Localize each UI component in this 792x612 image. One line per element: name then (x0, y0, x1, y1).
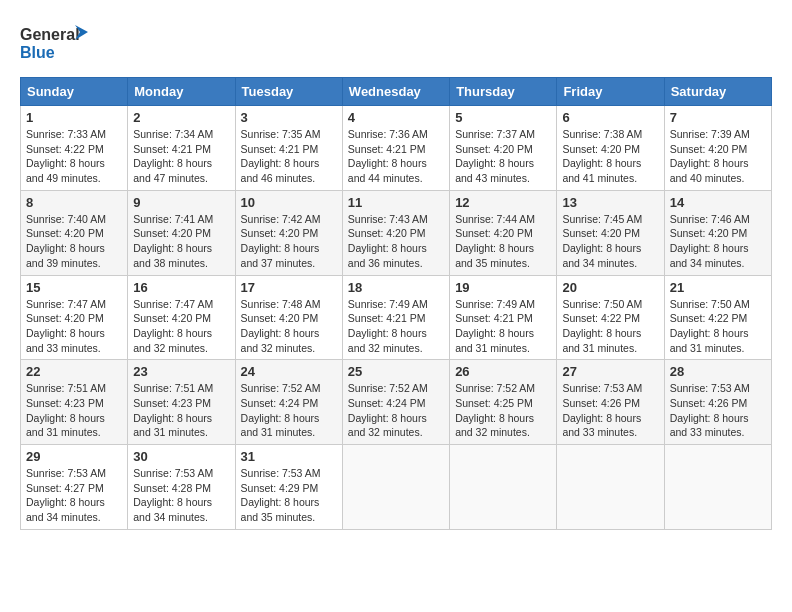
calendar-cell-6: 6Sunrise: 7:38 AMSunset: 4:20 PMDaylight… (557, 106, 664, 191)
calendar-cell-14: 14Sunrise: 7:46 AMSunset: 4:20 PMDayligh… (664, 190, 771, 275)
svg-text:General: General (20, 26, 80, 43)
calendar-cell-26: 26Sunrise: 7:52 AMSunset: 4:25 PMDayligh… (450, 360, 557, 445)
calendar-cell-24: 24Sunrise: 7:52 AMSunset: 4:24 PMDayligh… (235, 360, 342, 445)
calendar-cell-4: 4Sunrise: 7:36 AMSunset: 4:21 PMDaylight… (342, 106, 449, 191)
calendar-cell-5: 5Sunrise: 7:37 AMSunset: 4:20 PMDaylight… (450, 106, 557, 191)
calendar-cell-29: 29Sunrise: 7:53 AMSunset: 4:27 PMDayligh… (21, 445, 128, 530)
calendar-body: 1Sunrise: 7:33 AMSunset: 4:22 PMDaylight… (21, 106, 772, 530)
calendar-cell-21: 21Sunrise: 7:50 AMSunset: 4:22 PMDayligh… (664, 275, 771, 360)
calendar-cell-empty (557, 445, 664, 530)
calendar-cell-12: 12Sunrise: 7:44 AMSunset: 4:20 PMDayligh… (450, 190, 557, 275)
calendar-cell-2: 2Sunrise: 7:34 AMSunset: 4:21 PMDaylight… (128, 106, 235, 191)
calendar-cell-9: 9Sunrise: 7:41 AMSunset: 4:20 PMDaylight… (128, 190, 235, 275)
calendar-week-2: 8Sunrise: 7:40 AMSunset: 4:20 PMDaylight… (21, 190, 772, 275)
calendar-cell-10: 10Sunrise: 7:42 AMSunset: 4:20 PMDayligh… (235, 190, 342, 275)
col-header-friday: Friday (557, 78, 664, 106)
calendar-cell-7: 7Sunrise: 7:39 AMSunset: 4:20 PMDaylight… (664, 106, 771, 191)
calendar-cell-31: 31Sunrise: 7:53 AMSunset: 4:29 PMDayligh… (235, 445, 342, 530)
calendar-table: SundayMondayTuesdayWednesdayThursdayFrid… (20, 77, 772, 530)
calendar-cell-16: 16Sunrise: 7:47 AMSunset: 4:20 PMDayligh… (128, 275, 235, 360)
col-header-tuesday: Tuesday (235, 78, 342, 106)
calendar-cell-27: 27Sunrise: 7:53 AMSunset: 4:26 PMDayligh… (557, 360, 664, 445)
calendar-cell-22: 22Sunrise: 7:51 AMSunset: 4:23 PMDayligh… (21, 360, 128, 445)
calendar-week-5: 29Sunrise: 7:53 AMSunset: 4:27 PMDayligh… (21, 445, 772, 530)
calendar-cell-18: 18Sunrise: 7:49 AMSunset: 4:21 PMDayligh… (342, 275, 449, 360)
calendar-cell-3: 3Sunrise: 7:35 AMSunset: 4:21 PMDaylight… (235, 106, 342, 191)
calendar-cell-30: 30Sunrise: 7:53 AMSunset: 4:28 PMDayligh… (128, 445, 235, 530)
logo-svg: GeneralBlue (20, 20, 90, 65)
calendar-week-1: 1Sunrise: 7:33 AMSunset: 4:22 PMDaylight… (21, 106, 772, 191)
svg-text:Blue: Blue (20, 44, 55, 61)
calendar-header-row: SundayMondayTuesdayWednesdayThursdayFrid… (21, 78, 772, 106)
col-header-thursday: Thursday (450, 78, 557, 106)
calendar-cell-15: 15Sunrise: 7:47 AMSunset: 4:20 PMDayligh… (21, 275, 128, 360)
calendar-cell-25: 25Sunrise: 7:52 AMSunset: 4:24 PMDayligh… (342, 360, 449, 445)
calendar-cell-8: 8Sunrise: 7:40 AMSunset: 4:20 PMDaylight… (21, 190, 128, 275)
col-header-sunday: Sunday (21, 78, 128, 106)
calendar-cell-17: 17Sunrise: 7:48 AMSunset: 4:20 PMDayligh… (235, 275, 342, 360)
col-header-wednesday: Wednesday (342, 78, 449, 106)
page-header: GeneralBlue (20, 20, 772, 65)
calendar-cell-1: 1Sunrise: 7:33 AMSunset: 4:22 PMDaylight… (21, 106, 128, 191)
calendar-cell-28: 28Sunrise: 7:53 AMSunset: 4:26 PMDayligh… (664, 360, 771, 445)
col-header-monday: Monday (128, 78, 235, 106)
calendar-week-3: 15Sunrise: 7:47 AMSunset: 4:20 PMDayligh… (21, 275, 772, 360)
calendar-cell-empty (450, 445, 557, 530)
calendar-week-4: 22Sunrise: 7:51 AMSunset: 4:23 PMDayligh… (21, 360, 772, 445)
calendar-cell-empty (664, 445, 771, 530)
calendar-cell-23: 23Sunrise: 7:51 AMSunset: 4:23 PMDayligh… (128, 360, 235, 445)
calendar-cell-13: 13Sunrise: 7:45 AMSunset: 4:20 PMDayligh… (557, 190, 664, 275)
calendar-cell-11: 11Sunrise: 7:43 AMSunset: 4:20 PMDayligh… (342, 190, 449, 275)
col-header-saturday: Saturday (664, 78, 771, 106)
calendar-cell-19: 19Sunrise: 7:49 AMSunset: 4:21 PMDayligh… (450, 275, 557, 360)
logo: GeneralBlue (20, 20, 90, 65)
calendar-cell-empty (342, 445, 449, 530)
calendar-cell-20: 20Sunrise: 7:50 AMSunset: 4:22 PMDayligh… (557, 275, 664, 360)
